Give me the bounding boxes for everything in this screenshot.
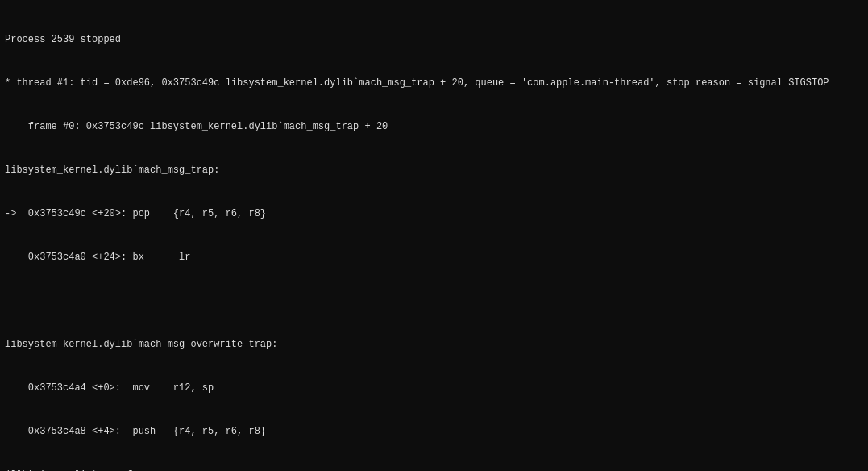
line-11: (llb) image list -o -f <box>5 468 863 471</box>
line-1: Process 2539 stopped <box>5 32 863 47</box>
line-5: -> 0x3753c49c <+20>: pop {r4, r5, r6, r8… <box>5 206 863 221</box>
terminal-output: Process 2539 stopped * thread #1: tid = … <box>0 0 868 471</box>
line-7 <box>5 294 863 308</box>
line-3: frame #0: 0x3753c49c libsystem_kernel.dy… <box>5 119 863 134</box>
line-10: 0x3753c4a8 <+4>: push {r4, r5, r6, r8} <box>5 424 863 439</box>
line-9: 0x3753c4a4 <+0>: mov r12, sp <box>5 381 863 395</box>
line-2: * thread #1: tid = 0xde96, 0x3753c49c li… <box>5 76 863 90</box>
line-4: libsystem_kernel.dylib`mach_msg_trap: <box>5 163 863 177</box>
line-6: 0x3753c4a0 <+24>: bx lr <box>5 250 863 265</box>
line-8: libsystem_kernel.dylib`mach_msg_overwrit… <box>5 337 863 352</box>
